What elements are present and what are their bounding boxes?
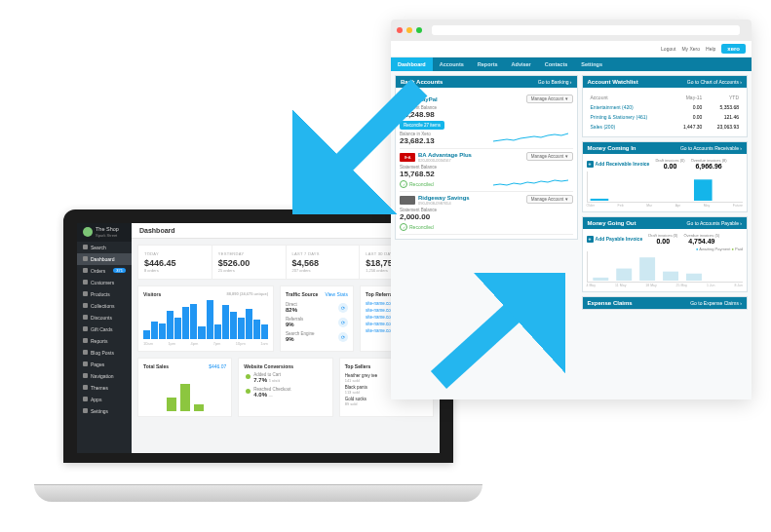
bank-link[interactable]: Go to Banking › <box>538 79 572 85</box>
tab-adviser[interactable]: Adviser <box>505 57 538 71</box>
traffic-icon: ⟳ <box>338 332 348 342</box>
nav-icon <box>83 303 88 308</box>
browser-chrome <box>391 19 752 41</box>
overdue-inv-value: 6,966.96 <box>691 163 727 170</box>
sidebar-item-products[interactable]: Products <box>77 288 132 300</box>
sparkline-chart <box>493 127 571 146</box>
minimize-icon[interactable] <box>406 27 412 33</box>
visitors-range: 88,890 (24,675 unique) <box>227 291 268 297</box>
conversion-step: Reached Checkout4.0% — <box>244 387 327 398</box>
visitors-chart <box>143 300 268 339</box>
sidebar-item-navigation[interactable]: Navigation <box>77 370 132 382</box>
sidebar-item-settings[interactable]: Settings <box>77 405 132 417</box>
total-sales-panel: Total Sales$446.07 <box>137 358 232 417</box>
expense-title: Expense Claims <box>588 300 633 306</box>
money-in-panel: Money Coming InGo to Accounts Receivable… <box>582 141 748 212</box>
money-out-link[interactable]: Go to Accounts Payable › <box>687 220 742 226</box>
watchlist-title: Account Watchlist <box>588 79 638 85</box>
nav-icon <box>83 361 88 366</box>
maximize-icon[interactable] <box>416 27 422 33</box>
nav-icon <box>83 350 88 355</box>
watchlist-link[interactable]: Go to Chart of Accounts › <box>687 79 742 85</box>
conversion-step: Added to Cart7.7% 1 visit <box>244 372 327 383</box>
tab-settings[interactable]: Settings <box>574 57 609 71</box>
table-row[interactable]: Entertainment (420)0.005,353.68 <box>589 103 741 111</box>
sidebar-item-reports[interactable]: Reports <box>77 335 132 347</box>
visitors-panel: Visitors 88,890 (24,675 unique) 10am1pm4… <box>137 285 274 352</box>
nav-icon <box>83 315 88 320</box>
add-payable-button[interactable]: Add Payable Invoice <box>587 233 643 245</box>
manage-account-button[interactable]: Manage Account ▾ <box>526 195 573 204</box>
svg-rect-1 <box>694 179 713 201</box>
sparkline-chart <box>493 170 571 189</box>
close-icon[interactable] <box>397 27 403 33</box>
money-out-panel: Money Going OutGo to Accounts Payable › … <box>582 216 748 292</box>
money-out-title: Money Going Out <box>588 220 636 226</box>
nav-icon <box>83 268 88 273</box>
sidebar-item-search[interactable]: Search <box>77 242 132 253</box>
col-header: May-11 <box>674 94 705 101</box>
badge: 371 <box>113 268 126 273</box>
add-receivable-button[interactable]: Add Receivable Invoice <box>587 158 650 170</box>
reconciled-badge: Reconciled <box>400 223 573 231</box>
money-in-title: Money Coming In <box>588 145 636 151</box>
money-in-link[interactable]: Go to Accounts Receivable › <box>680 145 742 151</box>
tab-dashboard[interactable]: Dashboard <box>391 57 433 71</box>
traffic-icon: ⟳ <box>338 318 348 327</box>
traffic-icon: ⟳ <box>338 303 348 313</box>
overdue-pay-value: 4,754.49 <box>683 238 719 245</box>
xero-top-bar: Logout My Xero Help xero <box>391 41 752 57</box>
svg-line-7 <box>312 88 419 195</box>
help-link[interactable]: Help <box>706 46 715 52</box>
sidebar-item-dashboard[interactable]: Dashboard <box>77 253 132 265</box>
money-out-chart <box>587 251 743 283</box>
tab-reports[interactable]: Reports <box>471 57 505 71</box>
shop-avatar-icon <box>83 227 93 237</box>
svg-rect-0 <box>590 199 608 201</box>
nav-icon <box>83 245 88 249</box>
total-sales-value: $446.07 <box>209 363 226 369</box>
nav-icon <box>83 280 88 285</box>
table-row[interactable]: Printing & Stationery (461)0.00121.46 <box>589 113 741 121</box>
laptop-base <box>34 484 482 502</box>
url-bar[interactable] <box>432 25 740 35</box>
nav-icon <box>83 397 88 401</box>
sidebar-item-orders[interactable]: Orders371 <box>77 265 132 277</box>
view-stats-link[interactable]: View Stats <box>325 291 348 297</box>
sidebar-item-pages[interactable]: Pages <box>77 359 132 370</box>
shop-header[interactable]: The Shop Spark Street <box>77 223 132 242</box>
sidebar-item-collections[interactable]: Collections <box>77 300 132 312</box>
conversions-title: Website Conversions <box>244 363 293 369</box>
tab-contacts[interactable]: Contacts <box>538 57 575 71</box>
svg-line-8 <box>439 283 546 380</box>
sidebar-item-apps[interactable]: Apps <box>77 394 132 405</box>
sidebar-item-gift-cards[interactable]: Gift Cards <box>77 323 132 335</box>
conversions-panel: Website Conversions Added to Cart7.7% 1 … <box>238 358 332 417</box>
tab-accounts[interactable]: Accounts <box>433 57 471 71</box>
xero-nav: DashboardAccountsReportsAdviserContactsS… <box>391 57 752 71</box>
draft-inv-value: 0.00 <box>655 163 684 170</box>
nav-icon <box>83 408 88 413</box>
svg-rect-2 <box>593 278 608 281</box>
nav-icon <box>83 291 88 296</box>
myxero-link[interactable]: My Xero <box>681 46 700 52</box>
traffic-panel: Traffic SourceView Stats Direct82%⟳Refer… <box>280 285 354 352</box>
sidebar-item-discounts[interactable]: Discounts <box>77 312 132 323</box>
svg-rect-3 <box>616 269 632 281</box>
expense-link[interactable]: Go to Expense Claims › <box>690 300 742 306</box>
logout-link[interactable]: Logout <box>661 46 675 52</box>
svg-rect-5 <box>663 272 678 281</box>
shop-sidebar: The Shop Spark Street SearchDashboardOrd… <box>77 223 132 453</box>
traffic-row: Direct82%⟳ <box>286 300 348 315</box>
watchlist-table: AccountMay-11YTDEntertainment (420)0.005… <box>587 92 743 133</box>
manage-account-button[interactable]: Manage Account ▾ <box>526 152 573 161</box>
sidebar-item-themes[interactable]: Themes <box>77 382 132 394</box>
visitors-title: Visitors <box>143 291 161 297</box>
shop-sub: Spark Street <box>96 233 119 238</box>
stat-card: TODAY$446.458 orders <box>138 246 212 279</box>
col-header: Account <box>589 94 672 101</box>
sidebar-item-blog-posts[interactable]: Blog Posts <box>77 347 132 359</box>
table-row[interactable]: Sales (200)1,447.3023,063.93 <box>589 123 741 131</box>
sidebar-item-customers[interactable]: Customers <box>77 277 132 288</box>
manage-account-button[interactable]: Manage Account ▾ <box>526 95 573 103</box>
